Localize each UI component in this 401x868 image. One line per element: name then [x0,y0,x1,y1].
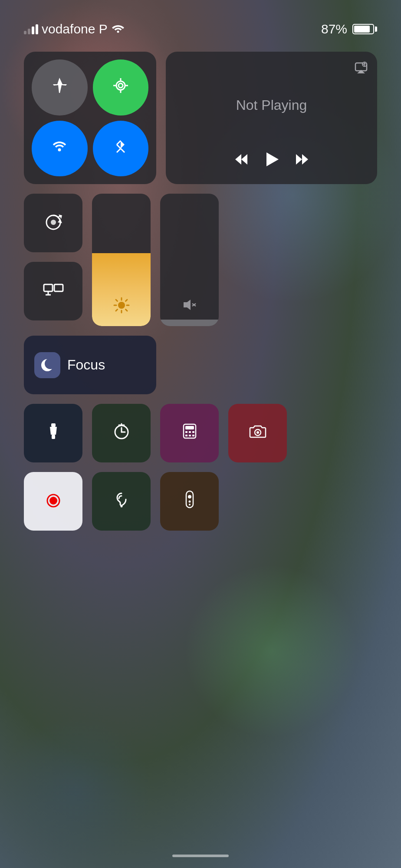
svg-rect-20 [44,284,53,291]
wifi-button[interactable] [32,121,88,177]
wifi-icon [50,137,69,159]
status-left: vodafone P [24,22,125,36]
play-button[interactable] [262,150,281,173]
svg-point-0 [117,30,119,33]
svg-line-31 [125,300,127,301]
battery-icon [352,24,377,34]
orientation-lock-button[interactable] [24,194,82,252]
svg-line-30 [125,310,127,311]
flashlight-icon [44,422,63,445]
screen-record-icon [43,490,64,513]
svg-point-59 [189,504,191,505]
signal-bar-1 [24,31,26,34]
svg-point-17 [51,220,56,225]
svg-rect-50 [192,435,194,436]
svg-point-2 [118,83,123,88]
control-center: Not Playing [0,43,401,539]
remote-button[interactable] [160,472,219,531]
svg-rect-46 [189,431,191,433]
connectivity-tile[interactable] [24,52,156,184]
svg-rect-45 [185,431,187,433]
svg-rect-37 [52,435,55,439]
svg-marker-33 [184,300,191,310]
svg-rect-21 [54,284,63,291]
battery-percentage: 87% [321,22,347,36]
timer-button[interactable] [92,404,151,462]
next-button[interactable] [293,151,311,172]
signal-bar-2 [28,29,30,34]
svg-line-29 [116,300,118,301]
bluetooth-button[interactable] [93,121,149,177]
row-quick-2 [24,472,377,531]
row-1: Not Playing [24,52,377,184]
focus-label: Focus [67,357,105,373]
airplane-icon [50,76,69,99]
cellular-icon [112,76,130,99]
volume-icon [181,296,198,317]
svg-marker-10 [235,154,241,165]
svg-point-52 [256,431,259,434]
home-indicator[interactable] [172,855,229,857]
previous-button[interactable] [233,151,250,172]
svg-rect-44 [185,426,194,429]
cellular-button[interactable] [93,59,149,116]
screen-mirror-icon [42,279,65,304]
svg-point-7 [58,149,61,152]
timer-icon [112,422,131,445]
screen-mirror-button[interactable] [24,262,82,320]
orientation-lock-icon [42,211,65,235]
svg-rect-49 [189,435,191,436]
hearing-icon [112,490,131,513]
status-right: 87% [321,22,377,36]
left-col-row2 [24,194,82,326]
brightness-icon [113,297,130,317]
camera-icon [248,422,267,445]
focus-moon-icon [34,352,60,378]
svg-point-55 [120,505,122,508]
svg-marker-14 [302,154,308,165]
focus-button[interactable]: Focus [24,336,156,394]
svg-rect-48 [185,435,187,436]
svg-point-54 [49,497,57,505]
row-focus: Focus [24,336,377,394]
calculator-button[interactable] [160,404,219,462]
hearing-button[interactable] [92,472,151,531]
camera-button[interactable] [228,404,287,462]
flashlight-button[interactable] [24,404,82,462]
svg-marker-11 [241,154,247,165]
svg-marker-16 [58,219,62,223]
not-playing-label: Not Playing [176,60,367,150]
signal-bar-4 [36,24,38,34]
row-quick-1 [24,404,377,462]
svg-marker-13 [296,154,302,165]
media-tile[interactable]: Not Playing [166,52,377,184]
svg-point-58 [188,501,191,503]
row-2 [24,194,377,326]
media-controls [176,150,367,175]
status-bar: vodafone P 87% [0,0,401,43]
volume-slider[interactable] [160,194,219,326]
bluetooth-icon [112,137,130,159]
svg-point-24 [118,302,125,309]
svg-marker-12 [266,152,279,166]
volume-fill [160,320,219,326]
calculator-icon [180,422,199,445]
airplay-button[interactable] [354,60,368,79]
airplane-mode-button[interactable] [32,59,88,116]
wifi-status-icon [111,23,125,36]
svg-line-32 [116,310,118,311]
svg-point-1 [116,81,125,90]
signal-bar-3 [32,26,34,34]
screen-record-button[interactable] [24,472,82,531]
carrier-name: vodafone P [42,22,108,36]
remote-icon [180,490,199,513]
svg-point-57 [188,495,191,498]
svg-rect-36 [51,423,56,427]
signal-bars [24,24,38,34]
brightness-slider[interactable] [92,194,151,326]
svg-rect-47 [192,431,194,433]
